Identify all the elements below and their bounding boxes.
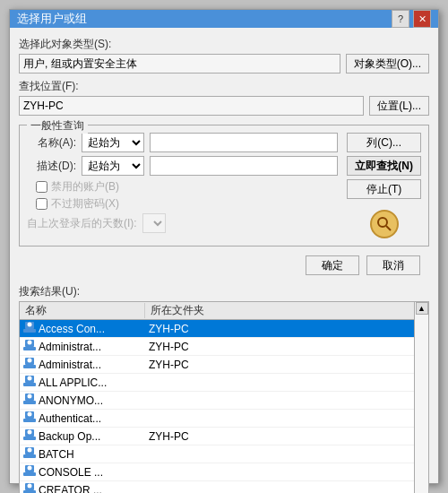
no-expire-label: 不过期密码(X) (51, 196, 119, 212)
row-name: ANONYMO... (39, 394, 103, 407)
col-folder-header: 所在文件夹 (145, 303, 414, 318)
row-name: ALL APPLIC... (39, 376, 107, 389)
desc-select[interactable]: 起始为 (82, 156, 144, 176)
name-select[interactable]: 起始为 (82, 133, 144, 152)
object-types-label: 选择此对象类型(S): (19, 37, 429, 52)
close-button[interactable]: ✕ (413, 10, 431, 28)
desc-row: 描述(D): 起始为 (27, 156, 338, 176)
row-name: Access Con... (39, 323, 105, 335)
row-icon (23, 482, 36, 493)
object-types-input[interactable] (19, 54, 340, 74)
table-row[interactable]: ANONYMO... (20, 392, 414, 410)
days-row: 自上次登录后的天数(I): (27, 213, 338, 233)
svg-point-28 (28, 466, 32, 471)
location-button[interactable]: 位置(L)... (369, 96, 429, 116)
search-icon-container (347, 210, 421, 238)
dialog-title: 选择用户或组 (17, 11, 87, 27)
results-container: 名称 所在文件夹 Access Con...ZYH-PCAdministrat.… (19, 301, 429, 493)
svg-point-0 (378, 218, 387, 227)
no-expire-checkbox[interactable] (36, 198, 47, 210)
svg-point-31 (28, 484, 32, 489)
table-row[interactable]: BATCH (20, 445, 414, 463)
row-folder: ZYH-PC (145, 341, 414, 353)
table-row[interactable]: CREATOR ... (20, 481, 414, 493)
object-types-button[interactable]: 对象类型(O)... (346, 54, 429, 74)
disabled-accounts-row: 禁用的账户(B) (36, 179, 338, 195)
row-icon (23, 375, 36, 390)
cancel-button[interactable]: 取消 (366, 255, 420, 275)
results-table[interactable]: 名称 所在文件夹 Access Con...ZYH-PCAdministrat.… (20, 302, 414, 493)
location-input[interactable] (19, 96, 364, 116)
row-icon (23, 339, 36, 354)
dialog-content: 选择此对象类型(S): 对象类型(O)... 查找位置(F): 位置(L)...… (10, 28, 438, 493)
scroll-up-btn[interactable]: ▲ (416, 302, 428, 315)
row-name: BATCH (39, 448, 74, 461)
table-row[interactable]: Authenticat... (20, 410, 414, 428)
list-button[interactable]: 列(C)... (347, 133, 421, 152)
svg-point-7 (28, 341, 32, 345)
table-row[interactable]: Administrat...ZYH-PC (20, 338, 414, 356)
svg-rect-18 (23, 419, 36, 422)
row-icon (23, 428, 36, 444)
svg-rect-12 (23, 383, 36, 386)
name-row: 名称(A): 起始为 (27, 133, 338, 152)
ok-button[interactable]: 确定 (306, 255, 359, 275)
disabled-accounts-checkbox[interactable] (36, 181, 47, 193)
table-row[interactable]: ALL APPLIC... (20, 374, 414, 392)
svg-rect-27 (23, 472, 36, 476)
row-name: Administrat... (39, 341, 101, 353)
row-folder: ZYH-PC (145, 323, 414, 335)
svg-point-22 (28, 430, 32, 435)
no-expire-row: 不过期密码(X) (36, 196, 338, 212)
row-icon (23, 321, 36, 336)
search-svg (376, 216, 392, 232)
svg-rect-9 (23, 365, 36, 368)
row-name: CREATOR ... (39, 484, 102, 494)
svg-point-10 (28, 359, 32, 363)
row-name: Backup Op... (39, 430, 100, 443)
row-folder: ZYH-PC (145, 359, 414, 371)
bottom-buttons: 确定 取消 (19, 252, 429, 279)
location-section: 查找位置(F): 位置(L)... (19, 79, 429, 116)
svg-point-13 (28, 376, 32, 381)
title-bar: 选择用户或组 ? ✕ (10, 10, 438, 28)
query-main: 名称(A): 起始为 描述(D): 起始为 (27, 133, 421, 238)
results-section: 搜索结果(U): 名称 所在文件夹 Access Con...ZYH-PCAdm… (19, 284, 429, 493)
svg-point-19 (28, 412, 32, 417)
help-button[interactable]: ? (392, 10, 409, 28)
object-types-row: 对象类型(O)... (19, 54, 429, 74)
results-label: 搜索结果(U): (19, 284, 429, 299)
desc-input[interactable] (150, 156, 338, 176)
svg-rect-21 (23, 437, 36, 440)
query-fields: 名称(A): 起始为 描述(D): 起始为 (27, 133, 338, 238)
svg-rect-6 (23, 347, 36, 350)
location-row: 位置(L)... (19, 96, 429, 116)
row-folder: ZYH-PC (145, 430, 414, 443)
row-name: CONSOLE ... (39, 466, 103, 479)
table-row[interactable]: Access Con...ZYH-PC (20, 320, 414, 338)
table-row[interactable]: CONSOLE ... (20, 463, 414, 481)
row-icon (23, 393, 36, 408)
search-icon (370, 210, 399, 238)
scrollbar[interactable]: ▲ ▼ (414, 302, 428, 493)
find-now-button[interactable]: 立即查找(N) (347, 156, 421, 176)
title-bar-buttons: ? ✕ (392, 10, 431, 28)
desc-label: 描述(D): (27, 159, 76, 174)
general-query-title: 一般性查询 (27, 118, 88, 134)
days-select[interactable] (142, 213, 166, 233)
col-name-header: 名称 (20, 303, 145, 318)
stop-button[interactable]: 停止(T) (347, 179, 421, 199)
table-row[interactable]: Administrat...ZYH-PC (20, 356, 414, 374)
days-label: 自上次登录后的天数(I): (27, 216, 137, 231)
table-row[interactable]: Backup Op...ZYH-PC (20, 428, 414, 445)
name-input[interactable] (150, 133, 338, 152)
svg-rect-3 (23, 329, 36, 333)
query-buttons: 列(C)... 立即查找(N) 停止(T) (347, 133, 421, 238)
row-icon (23, 357, 36, 372)
disabled-accounts-label: 禁用的账户(B) (51, 179, 119, 195)
dialog: 选择用户或组 ? ✕ 选择此对象类型(S): 对象类型(O)... 查找位置(F… (9, 9, 439, 484)
svg-point-25 (28, 448, 32, 453)
svg-rect-15 (23, 401, 36, 404)
name-label: 名称(A): (27, 135, 76, 151)
row-icon (23, 411, 36, 426)
